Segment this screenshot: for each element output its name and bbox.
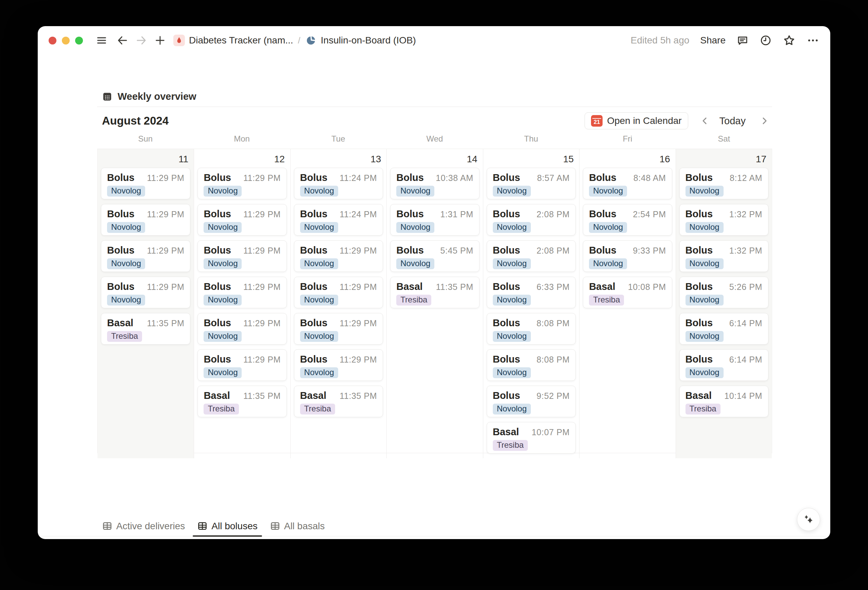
sparkles-icon: [802, 513, 815, 526]
event-header: Bolus 8:48 AM: [589, 172, 666, 183]
calendar-event-card[interactable]: Bolus 8:57 AM Novolog: [487, 168, 576, 199]
ai-assistant-button[interactable]: [797, 508, 820, 531]
calendar-event-card[interactable]: Bolus 11:29 PM Novolog: [101, 277, 190, 308]
calendar-event-card[interactable]: Bolus 11:29 PM Novolog: [198, 277, 286, 308]
calendar-event-card[interactable]: Basal 10:14 PM Tresiba: [679, 385, 768, 417]
history-button[interactable]: [760, 34, 772, 47]
calendar-event-card[interactable]: Bolus 10:38 AM Novolog: [390, 168, 479, 199]
collection-title[interactable]: Weekly overview: [118, 91, 196, 102]
event-time: 11:29 PM: [340, 282, 377, 292]
today-button[interactable]: Today: [719, 115, 745, 127]
event-tag: Novolog: [589, 222, 627, 233]
new-page-button[interactable]: [154, 35, 166, 46]
footer-tab[interactable]: All boluses: [193, 516, 262, 536]
sidebar-menu-button[interactable]: [96, 35, 108, 46]
day-number: 13: [294, 149, 383, 168]
calendar-event-card[interactable]: Bolus 11:29 PM Novolog: [101, 240, 190, 272]
calendar-event-card[interactable]: Bolus 2:08 PM Novolog: [487, 204, 576, 235]
event-time: 6:14 PM: [729, 355, 762, 365]
star-icon: [783, 34, 796, 47]
comments-button[interactable]: [737, 34, 749, 47]
chevron-left-icon: [700, 116, 710, 126]
calendar-event-card[interactable]: Bolus 8:12 AM Novolog: [679, 168, 768, 199]
calendar-event-card[interactable]: Bolus 8:08 PM Novolog: [487, 313, 576, 344]
calendar-event-card[interactable]: Bolus 11:29 PM Novolog: [101, 204, 190, 235]
calendar-event-card[interactable]: Basal 11:35 PM Tresiba: [390, 277, 479, 308]
calendar-event-card[interactable]: Bolus 2:54 PM Novolog: [583, 204, 672, 235]
event-title: Bolus: [589, 245, 617, 256]
navigate-back-button[interactable]: [116, 34, 128, 47]
navigate-forward-button[interactable]: [135, 34, 148, 47]
breadcrumb-item-diabetes-tracker[interactable]: Diabetes Tracker (nam...: [189, 35, 293, 46]
calendar-event-card[interactable]: Bolus 1:32 PM Novolog: [679, 204, 768, 235]
calendar-event-card[interactable]: Bolus 8:48 AM Novolog: [583, 168, 672, 199]
event-header: Basal 10:14 PM: [685, 390, 762, 401]
minimize-window-button[interactable]: [62, 37, 70, 44]
event-title: Bolus: [107, 281, 134, 292]
calendar-event-card[interactable]: Bolus 2:08 PM Novolog: [487, 240, 576, 272]
diabetes-tracker-page-icon: [173, 35, 185, 46]
calendar-event-card[interactable]: Basal 10:07 PM Tresiba: [487, 422, 576, 453]
event-title: Bolus: [685, 172, 713, 183]
breadcrumb-item-iob[interactable]: Insulin-on-Board (IOB): [321, 35, 416, 46]
open-in-calendar-button[interactable]: 21 Open in Calendar: [585, 112, 688, 129]
calendar-event-card[interactable]: Basal 10:08 PM Tresiba: [583, 277, 672, 308]
calendar-event-card[interactable]: Bolus 11:29 PM Novolog: [294, 277, 383, 308]
event-title: Bolus: [107, 209, 134, 220]
calendar-event-card[interactable]: Bolus 9:33 PM Novolog: [583, 240, 672, 272]
toolbar-actions: Edited 5h ago Share: [630, 34, 819, 47]
calendar-event-card[interactable]: Basal 11:35 PM Tresiba: [101, 313, 190, 344]
calendar-event-card[interactable]: Bolus 9:52 PM Novolog: [487, 385, 576, 417]
event-header: Basal 10:08 PM: [589, 281, 666, 292]
calendar-event-card[interactable]: Bolus 11:29 PM Novolog: [294, 349, 383, 381]
calendar-event-card[interactable]: Bolus 11:29 PM Novolog: [101, 168, 190, 199]
event-title: Bolus: [493, 281, 520, 292]
footer-tab[interactable]: All basals: [266, 516, 329, 536]
calendar-event-card[interactable]: Bolus 5:26 PM Novolog: [679, 277, 768, 308]
calendar-event-card[interactable]: Bolus 6:33 PM Novolog: [487, 277, 576, 308]
day-column: 14 Bolus 10:38 AM Novolog Bolus 1:31 PM …: [387, 149, 483, 458]
footer-tab[interactable]: Active deliveries: [97, 516, 189, 536]
hamburger-icon: [96, 35, 108, 46]
ellipsis-icon: [806, 34, 819, 47]
close-window-button[interactable]: [49, 37, 56, 44]
favorite-button[interactable]: [783, 34, 796, 47]
calendar-event-card[interactable]: Basal 11:35 PM Tresiba: [294, 385, 383, 417]
calendar-event-card[interactable]: Bolus 11:24 PM Novolog: [294, 168, 383, 199]
fullscreen-window-button[interactable]: [75, 37, 83, 44]
day-column: 11 Bolus 11:29 PM Novolog Bolus 11:29 PM…: [97, 149, 194, 458]
calendar-event-card[interactable]: Bolus 1:31 PM Novolog: [390, 204, 479, 235]
calendar-event-card[interactable]: Bolus 1:32 PM Novolog: [679, 240, 768, 272]
calendar-event-card[interactable]: Bolus 11:29 PM Novolog: [294, 313, 383, 344]
calendar-event-card[interactable]: Bolus 6:14 PM Novolog: [679, 313, 768, 344]
window-controls: [49, 37, 83, 44]
calendar-event-card[interactable]: Bolus 11:29 PM Novolog: [294, 240, 383, 272]
event-time: 1:32 PM: [729, 209, 762, 219]
calendar-event-card[interactable]: Bolus 11:29 PM Novolog: [198, 168, 286, 199]
weekday-label: Sun: [97, 134, 194, 144]
calendar-event-card[interactable]: Bolus 11:29 PM Novolog: [198, 240, 286, 272]
event-title: Bolus: [493, 245, 520, 256]
event-time: 11:29 PM: [147, 282, 184, 292]
event-title: Basal: [589, 281, 615, 292]
share-button[interactable]: Share: [700, 35, 726, 46]
event-title: Bolus: [204, 245, 231, 256]
calendar-event-card[interactable]: Bolus 11:24 PM Novolog: [294, 204, 383, 235]
calendar-event-card[interactable]: Basal 11:35 PM Tresiba: [198, 385, 286, 417]
day-number: 11: [101, 149, 190, 168]
next-week-button[interactable]: [757, 114, 772, 128]
previous-week-button[interactable]: [697, 114, 713, 128]
event-header: Bolus 2:08 PM: [493, 209, 570, 220]
weekday-label: Tue: [290, 134, 387, 144]
calendar-event-card[interactable]: Bolus 11:29 PM Novolog: [198, 204, 286, 235]
calendar-event-card[interactable]: Bolus 11:29 PM Novolog: [198, 349, 286, 381]
weekday-label: Thu: [483, 134, 579, 144]
event-tag: Novolog: [493, 367, 531, 378]
event-time: 8:57 AM: [537, 173, 570, 183]
calendar-event-card[interactable]: Bolus 11:29 PM Novolog: [198, 313, 286, 344]
more-options-button[interactable]: [806, 34, 819, 47]
calendar-event-card[interactable]: Bolus 6:14 PM Novolog: [679, 349, 768, 381]
event-time: 11:29 PM: [244, 282, 281, 292]
calendar-event-card[interactable]: Bolus 5:45 PM Novolog: [390, 240, 479, 272]
calendar-event-card[interactable]: Bolus 8:08 PM Novolog: [487, 349, 576, 381]
